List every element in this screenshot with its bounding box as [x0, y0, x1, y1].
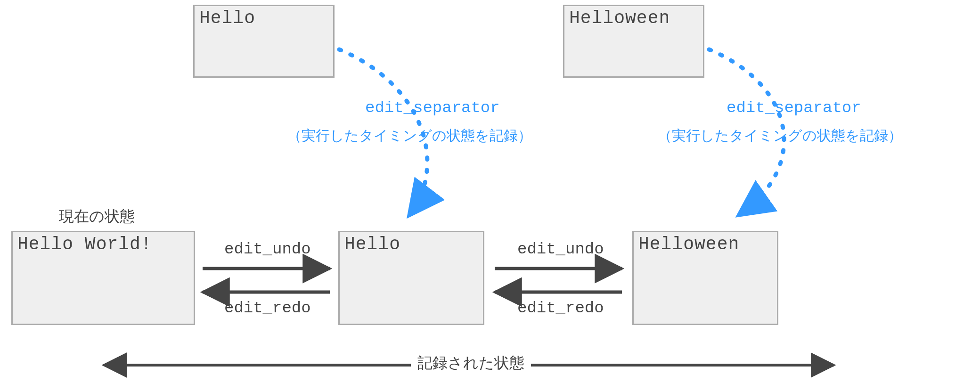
state-text: Helloween — [638, 234, 739, 254]
label-recorded-state: 記録された状態 — [411, 353, 531, 374]
diagram-canvas: Hello Helloween Hello World! Hello Hello… — [0, 0, 980, 391]
label-undo-2: edit_undo — [517, 240, 604, 258]
label-separator-2: edit_separator — [727, 99, 861, 117]
state-text: Hello World! — [17, 234, 152, 254]
label-current-state: 現在の状態 — [59, 206, 135, 227]
label-separator-1: edit_separator — [365, 99, 500, 117]
label-redo-2: edit_redo — [517, 299, 604, 317]
label-redo-1: edit_redo — [224, 299, 311, 317]
state-text: Hello — [199, 8, 255, 28]
arrows-layer — [0, 0, 980, 391]
state-text: Hello — [344, 234, 400, 254]
state-text: Helloween — [569, 8, 670, 28]
state-box-recorded-2: Helloween — [632, 231, 778, 325]
state-box-top-hello: Hello — [193, 5, 335, 78]
state-box-top-helloween: Helloween — [563, 5, 704, 78]
state-box-recorded-1: Hello — [338, 231, 484, 325]
note-separator-1: （実行したタイミングの状態を記録） — [287, 126, 532, 146]
state-box-current: Hello World! — [11, 231, 195, 325]
note-separator-2: （実行したタイミングの状態を記録） — [658, 126, 902, 146]
label-undo-1: edit_undo — [224, 240, 311, 258]
